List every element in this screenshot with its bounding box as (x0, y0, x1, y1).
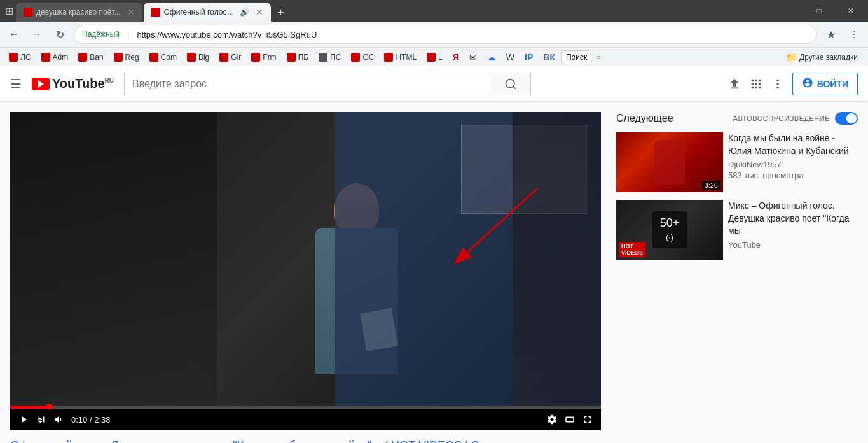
video-frame[interactable] (10, 112, 601, 406)
next-button[interactable] (36, 414, 47, 425)
title-bar: ⊞ девушка красиво поёт... ✕ Офигенный го… (0, 0, 868, 22)
bookmark-adm[interactable]: Adm (38, 52, 72, 63)
bookmark-reg-label: Reg (125, 53, 139, 62)
signin-button[interactable]: ВОЙТИ (792, 73, 858, 95)
wiki-icon: W (506, 52, 514, 62)
bookmark-search-box[interactable]: Поиск (561, 50, 591, 64)
bookmark-ls-label: ЛС (20, 53, 31, 62)
bookmark-reg[interactable]: Reg (110, 52, 143, 63)
autoplay-label: АВТОВОСПРОИЗВЕДЕНИЕ (733, 115, 830, 122)
video-controls: 0:10 / 2:38 (10, 409, 601, 430)
mail-icon: ✉ (469, 52, 477, 62)
bookmark-ip[interactable]: IP (521, 51, 537, 64)
maximize-button[interactable]: □ (804, 0, 834, 22)
bookmark-frm-label: Frm (263, 53, 276, 62)
bookmark-pb[interactable]: ПБ (283, 52, 313, 63)
bookmark-ps-icon (319, 53, 327, 62)
tab-1-title: девушка красиво поёт... (36, 8, 121, 17)
youtube-logo-icon (32, 78, 50, 90)
time-display: 0:10 / 2:38 (71, 415, 110, 425)
refresh-button[interactable]: ↻ (51, 25, 69, 43)
vk-icon: ВК (543, 52, 555, 62)
bookmark-blg-label: Blg (198, 53, 209, 62)
security-indicator: Надёжный (82, 30, 120, 39)
bookmark-wiki[interactable]: W (502, 51, 518, 64)
tab-2-audio-icon: 🔊 (240, 8, 249, 17)
bookmark-ls-icon (9, 53, 18, 62)
bookmarks-bar: ЛС Adm Ban Reg Com Blg Glr Frm (0, 47, 868, 66)
youtube-logo[interactable]: YouTubeRU (32, 76, 114, 91)
signin-label: ВОЙТИ (817, 79, 848, 89)
bookmark-ps[interactable]: ПС (315, 52, 345, 63)
minimize-button[interactable]: — (773, 0, 802, 22)
bookmark-l[interactable]: L (423, 52, 446, 63)
sidebar-header: Следующее АВТОВОСПРОИЗВЕДЕНИЕ (616, 112, 858, 125)
youtube-logo-text: YouTubeRU (52, 76, 114, 91)
upload-button[interactable] (727, 77, 741, 91)
url-display: https://www.youtube.com/watch?v=i5sG5ISg… (137, 30, 317, 39)
close-button[interactable]: ✕ (836, 0, 865, 22)
next-label: Следующее (616, 113, 673, 124)
bookmark-html-label: HTML (396, 53, 417, 62)
bookmark-star-button[interactable]: ★ (822, 25, 840, 43)
bookmark-adm-label: Adm (53, 53, 69, 62)
hot-videos-badge: HOTVIDEOS (619, 242, 645, 257)
fullscreen-button[interactable] (582, 414, 593, 425)
browser-actions: ⋮ (845, 25, 863, 43)
bookmark-os[interactable]: ОС (347, 52, 378, 63)
volume-button[interactable] (53, 414, 65, 425)
address-separator: | (127, 30, 129, 39)
more-bookmarks-indicator[interactable]: » (594, 53, 603, 62)
bookmark-com[interactable]: Com (146, 52, 181, 63)
tab-1[interactable]: девушка красиво поёт... ✕ (16, 3, 142, 22)
tab-2[interactable]: Офигенный голос. Д... 🔊 ✕ (144, 3, 271, 22)
bookmark-glr[interactable]: Glr (216, 52, 245, 63)
controls-right (546, 414, 593, 425)
tab-2-close[interactable]: ✕ (256, 7, 263, 17)
tab-2-favicon (151, 8, 160, 17)
bookmark-yandex[interactable]: Я (449, 51, 463, 64)
folder-icon: 📁 (786, 52, 797, 62)
yandex-icon: Я (453, 52, 459, 62)
other-bookmarks-label: Другие закладки (799, 53, 858, 62)
bookmark-reg-icon (114, 53, 123, 62)
tab-1-close[interactable]: ✕ (127, 7, 135, 17)
apps-button[interactable] (749, 77, 763, 91)
window-controls: — □ ✕ (773, 0, 865, 22)
bookmark-ls[interactable]: ЛС (5, 52, 35, 63)
search-input[interactable] (124, 73, 490, 95)
sidebar-video-1-views: 583 тыс. просмотра (728, 171, 858, 180)
bookmark-ban[interactable]: Ban (74, 52, 107, 63)
back-button[interactable]: ← (5, 25, 23, 43)
sidebar-video-2-channel: YouTube (728, 240, 858, 250)
video-title-section: Офигенный голос. Девушка красиво поет "К… (10, 430, 601, 443)
sidebar-video-1-title: Когда мы были на войне - Юлия Матюкина и… (728, 132, 858, 157)
other-bookmarks-button[interactable]: 📁 Другие закладки (781, 51, 863, 64)
youtube-header: ☰ YouTubeRU (0, 66, 868, 102)
extensions-button[interactable]: ⋮ (845, 25, 863, 43)
sidebar-thumb-2-overlay: 50+(·) (652, 211, 687, 248)
video-player: YOUTUBE.COM/HOTVIDEOSCHANNEL HOTVIDEOS (10, 112, 601, 430)
bookmark-frm[interactable]: Frm (247, 52, 280, 63)
chrome-menu-icon: ⊞ (5, 5, 13, 17)
theater-mode-button[interactable] (564, 414, 575, 425)
bookmark-mail[interactable]: ✉ (465, 51, 481, 64)
bookmark-vk[interactable]: ВК (539, 51, 559, 64)
bookmark-blg[interactable]: Blg (183, 52, 213, 63)
address-bar[interactable]: Надёжный | https://www.youtube.com/watch… (74, 25, 817, 44)
play-button[interactable] (18, 414, 29, 425)
new-tab-button[interactable]: + (272, 4, 290, 22)
search-button[interactable] (490, 73, 531, 95)
settings-button[interactable] (546, 414, 558, 425)
sidebar-video-2[interactable]: HOTVIDEOS 50+(·) Микс – Офигенный голос.… (616, 200, 858, 260)
bookmark-cloud[interactable]: ☁ (483, 51, 500, 64)
more-button[interactable] (771, 77, 785, 91)
bookmark-glr-label: Glr (231, 53, 241, 62)
autoplay-toggle[interactable] (835, 112, 858, 125)
hamburger-menu-icon[interactable]: ☰ (10, 76, 22, 92)
svg-point-0 (506, 79, 514, 87)
forward-button[interactable]: → (28, 25, 46, 43)
sidebar-video-1[interactable]: 3:26 Когда мы были на войне - Юлия Матюк… (616, 132, 858, 192)
svg-line-1 (513, 86, 515, 88)
bookmark-html[interactable]: HTML (380, 52, 420, 63)
